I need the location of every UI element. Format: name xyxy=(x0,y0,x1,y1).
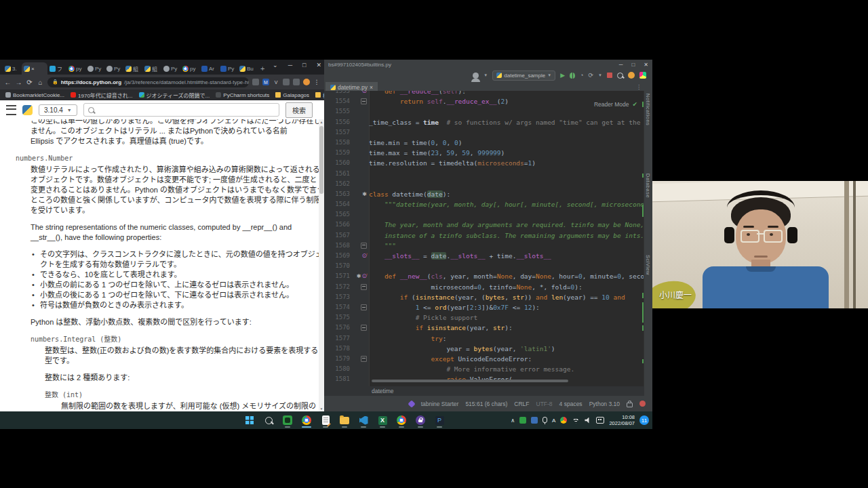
plugin-avatar-icon[interactable] xyxy=(628,72,635,79)
code-line[interactable]: 1561 xyxy=(324,169,644,179)
code-line[interactable]: 1558time.min = time(0, 0, 0) xyxy=(324,138,644,148)
minimize-icon[interactable]: ─ xyxy=(288,62,292,68)
tab-options-icon[interactable]: ⋮ xyxy=(636,84,642,90)
code-line[interactable]: 1567 instance of a tzinfo subclass. The … xyxy=(324,230,644,241)
scroll-down-arrow[interactable]: ▼ xyxy=(319,407,324,411)
taskbar-app-vscode[interactable] xyxy=(355,412,372,428)
code-editor[interactable]: 1553⊙ def __reduce__(self):1554 return s… xyxy=(324,91,644,386)
stop-button[interactable] xyxy=(607,73,612,78)
readonly-lock-icon[interactable] xyxy=(627,403,633,407)
code-line[interactable]: 1566 The year, month and day arguments a… xyxy=(324,220,644,230)
taskbar-app-search[interactable] xyxy=(260,412,277,428)
browser-tab[interactable]: Bu xyxy=(237,62,256,75)
code-line[interactable]: 1560time.resolution = timedelta(microsec… xyxy=(324,158,644,168)
caret-position[interactable]: 515:61 (6 chars) xyxy=(465,401,507,407)
taskbar-app-notepad[interactable] xyxy=(317,412,334,428)
tool-window-database[interactable]: Database xyxy=(645,174,651,198)
tray-app-blue-icon[interactable] xyxy=(531,417,538,424)
coverage-button[interactable]: ⟳ xyxy=(589,72,594,79)
bookmark-item[interactable]: BookmarkletCookie... xyxy=(5,92,64,98)
override-icon[interactable]: ⊙ xyxy=(361,271,367,281)
browser-tab[interactable]: Py xyxy=(85,62,104,75)
hamburger-menu-icon[interactable] xyxy=(6,105,16,115)
interpreter-label[interactable]: Python 3.10 xyxy=(589,401,620,407)
code-line[interactable]: 1580 # More informative error message. xyxy=(324,364,644,374)
browser-tab[interactable]: × xyxy=(22,62,47,75)
fold-icon[interactable] xyxy=(361,98,367,104)
code-line[interactable]: 1557 xyxy=(324,127,644,138)
fold-icon[interactable] xyxy=(361,243,367,249)
fold-icon[interactable] xyxy=(361,304,367,310)
line-separator[interactable]: CRLF xyxy=(514,401,529,407)
code-line[interactable]: 1565 xyxy=(324,209,644,220)
notification-badge[interactable]: 11 xyxy=(639,415,649,425)
breadcrumb[interactable]: datetime xyxy=(324,386,644,396)
forward-icon[interactable]: → xyxy=(15,79,22,86)
user-icon[interactable] xyxy=(473,73,479,79)
close-icon[interactable]: ✕ xyxy=(644,62,648,68)
code-line[interactable]: 1564 """datetime(year, month, day[, hour… xyxy=(324,199,644,209)
code-line[interactable]: 1571✱⊙ def __new__(cls, year, month=None… xyxy=(324,271,644,281)
browser-tab[interactable]: Py xyxy=(161,62,180,75)
indent-setting[interactable]: 4 spaces xyxy=(559,401,583,407)
tab-close-icon[interactable]: × xyxy=(31,66,35,72)
bookmark-item[interactable]: 横浜 xyxy=(315,92,324,99)
search-everywhere-icon[interactable] xyxy=(617,73,623,79)
docs-search-button[interactable]: 検索 xyxy=(285,102,313,118)
maximize-icon[interactable]: □ xyxy=(302,62,306,68)
taskbar-app-chrome2[interactable] xyxy=(393,412,410,428)
code-line[interactable]: 1562 xyxy=(324,179,644,189)
code-line[interactable]: 1570 xyxy=(324,261,644,271)
bookmark-item[interactable]: ジオシティーズの閉鎖で... xyxy=(139,92,210,99)
reader-mode-widget[interactable]: Reader Mode ✔ xyxy=(594,101,637,108)
notification-dot-icon[interactable] xyxy=(639,401,646,407)
tab-search-icon[interactable]: ⌄ xyxy=(273,62,278,68)
bookmark-item[interactable]: 1970年代に録音され... xyxy=(71,92,132,99)
maximize-icon[interactable]: □ xyxy=(631,62,635,68)
browser-tab[interactable]: py xyxy=(66,62,85,75)
taskbar-app-start[interactable] xyxy=(241,412,258,428)
code-line[interactable]: 1553⊙ def __reduce__(self): xyxy=(324,91,644,96)
code-line[interactable]: 1556_time_class = time # so functions w/… xyxy=(324,117,644,127)
browser-tab[interactable]: 組 xyxy=(142,62,161,75)
new-tab-button[interactable]: + xyxy=(260,64,264,73)
docs-search-input[interactable] xyxy=(83,103,279,117)
reload-icon[interactable]: ⟳ xyxy=(26,79,33,86)
browser-tab[interactable]: Py xyxy=(104,62,123,75)
browser-tab[interactable]: Py xyxy=(218,62,237,75)
code-line[interactable]: 1576 if isinstance(year, str): xyxy=(324,323,644,333)
code-line[interactable]: 1569⊙ __slots__ = date.__slots__ + time.… xyxy=(324,251,644,261)
version-selector[interactable]: 3.10.4▼ xyxy=(39,104,77,116)
extension-m-icon[interactable]: M xyxy=(262,79,269,85)
code-line[interactable]: 1577 try: xyxy=(324,333,644,344)
ime-indicator[interactable]: A xyxy=(552,418,555,424)
fold-icon[interactable] xyxy=(361,325,367,331)
tab-close-icon[interactable]: × xyxy=(370,84,373,91)
close-icon[interactable]: ✕ xyxy=(316,62,321,68)
code-line[interactable]: 1578 year = bytes(year, 'latin1') xyxy=(324,344,644,354)
back-icon[interactable]: ← xyxy=(4,79,12,86)
taskbar-app-appp[interactable] xyxy=(431,412,448,428)
tray-chevron-icon[interactable]: ∧ xyxy=(511,418,515,424)
clock[interactable]: 10:08 2022/08/07 xyxy=(609,414,635,426)
code-line[interactable]: 1559time.max = time(23, 59, 59, 999999) xyxy=(324,148,644,158)
taskbar-app-recorder[interactable] xyxy=(279,412,296,428)
minimize-icon[interactable]: ─ xyxy=(619,62,623,68)
address-bar[interactable]: 🔒 https://docs.python.org/ja/3/reference… xyxy=(47,77,249,87)
extension-v-icon[interactable]: V xyxy=(273,79,279,85)
tool-window-notifications[interactable]: Notifications xyxy=(645,94,651,125)
wifi-icon[interactable] xyxy=(572,418,580,424)
bookmark-item[interactable]: Galapagos xyxy=(275,92,309,98)
profile-avatar[interactable] xyxy=(303,79,310,85)
taskbar-app-excel[interactable] xyxy=(374,412,391,428)
code-line[interactable]: 1568 """ xyxy=(324,241,644,251)
code-line[interactable]: 1579 except UnicodeEncodeError: xyxy=(324,354,644,364)
tray-chrome-icon[interactable] xyxy=(560,417,567,424)
volume-icon[interactable] xyxy=(585,418,591,424)
extensions-puzzle-icon[interactable] xyxy=(283,79,290,85)
code-line[interactable]: 1572 microsecond=0, tzinfo=None, *, fold… xyxy=(324,282,644,292)
code-line[interactable]: 1555 xyxy=(324,106,644,117)
side-panel-icon[interactable] xyxy=(293,79,300,85)
scroll-up-arrow[interactable]: ▲ xyxy=(319,120,324,124)
browser-tab[interactable]: 組 xyxy=(123,62,142,75)
